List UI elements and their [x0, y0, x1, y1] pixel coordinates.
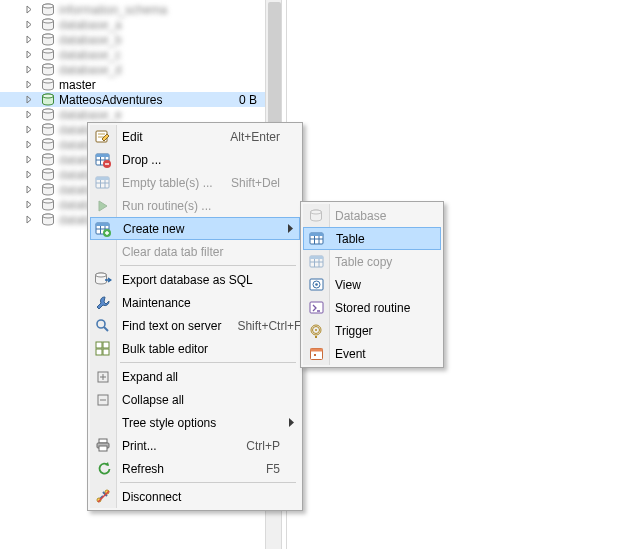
tree-node[interactable]: database_b	[0, 32, 265, 47]
expander-icon[interactable]	[26, 20, 35, 29]
disconnect-icon	[94, 488, 112, 506]
menu-accel: F5	[250, 462, 280, 476]
wrench-icon	[94, 294, 112, 312]
menu-refresh[interactable]: Refresh F5	[90, 457, 300, 480]
export-icon	[94, 271, 112, 289]
menu-export-sql[interactable]: Export database as SQL	[90, 268, 300, 291]
refresh-icon	[94, 460, 112, 478]
submenu-table-copy: Table copy	[303, 250, 441, 273]
tree-node-label: database_b	[59, 33, 265, 47]
event-icon	[307, 345, 325, 363]
menu-label: Run routine(s) ...	[122, 199, 280, 213]
tree-node[interactable]: database_e	[0, 107, 265, 122]
menu-print[interactable]: Print... Ctrl+P	[90, 434, 300, 457]
database-icon	[41, 198, 55, 212]
tree-node[interactable]: MatteosAdventures0 B	[0, 92, 265, 107]
expander-icon[interactable]	[26, 95, 35, 104]
table-copy-icon	[307, 253, 325, 271]
menu-separator	[120, 362, 296, 363]
tree-node[interactable]: master	[0, 77, 265, 92]
menu-clear-filter: Clear data tab filter	[90, 240, 300, 263]
expander-icon[interactable]	[26, 185, 35, 194]
create-new-submenu[interactable]: Database Table Table copy View Stored ro…	[300, 201, 444, 368]
menu-separator	[120, 482, 296, 483]
table-icon	[307, 230, 325, 248]
context-menu[interactable]: Edit Alt+Enter Drop ... Empty table(s) .…	[87, 122, 303, 511]
tree-node-label: master	[59, 78, 265, 92]
menu-label: Maintenance	[122, 296, 280, 310]
view-icon	[307, 276, 325, 294]
menu-drop[interactable]: Drop ...	[90, 148, 300, 171]
collapse-icon	[94, 391, 112, 409]
database-icon	[41, 183, 55, 197]
expander-icon[interactable]	[26, 65, 35, 74]
menu-separator	[120, 265, 296, 266]
menu-label: Database	[335, 209, 421, 223]
menu-label: Edit	[122, 130, 214, 144]
tree-node-size: 0 B	[239, 93, 265, 107]
tree-node[interactable]: database_c	[0, 47, 265, 62]
menu-label: Table	[336, 232, 420, 246]
menu-edit[interactable]: Edit Alt+Enter	[90, 125, 300, 148]
submenu-event[interactable]: Event	[303, 342, 441, 365]
menu-tree-style[interactable]: Tree style options	[90, 411, 300, 434]
create-new-icon	[94, 220, 112, 238]
menu-maintenance[interactable]: Maintenance	[90, 291, 300, 314]
expander-icon[interactable]	[26, 200, 35, 209]
menu-label: Export database as SQL	[122, 273, 280, 287]
trigger-icon	[307, 322, 325, 340]
database-icon	[41, 153, 55, 167]
submenu-view[interactable]: View	[303, 273, 441, 296]
menu-expand-all[interactable]: Expand all	[90, 365, 300, 388]
tree-node[interactable]: information_schema	[0, 2, 265, 17]
tree-node-label: database_c	[59, 48, 265, 62]
expander-icon[interactable]	[26, 125, 35, 134]
menu-label: View	[335, 278, 421, 292]
database-icon	[41, 18, 55, 32]
database-icon	[41, 168, 55, 182]
database-icon	[41, 213, 55, 227]
menu-disconnect[interactable]: Disconnect	[90, 485, 300, 508]
printer-icon	[94, 437, 112, 455]
magnifier-icon	[94, 317, 112, 335]
menu-accel: Ctrl+P	[230, 439, 280, 453]
menu-create-new[interactable]: Create new	[90, 217, 300, 240]
submenu-table[interactable]: Table	[303, 227, 441, 250]
menu-accel: Shift+Ctrl+F	[221, 319, 301, 333]
expander-icon[interactable]	[26, 5, 35, 14]
submenu-trigger[interactable]: Trigger	[303, 319, 441, 342]
menu-find-text[interactable]: Find text on server Shift+Ctrl+F	[90, 314, 300, 337]
database-icon	[41, 33, 55, 47]
database-icon	[41, 3, 55, 17]
grid-icon	[94, 340, 112, 358]
menu-label: Expand all	[122, 370, 280, 384]
expander-icon[interactable]	[26, 35, 35, 44]
database-icon	[41, 123, 55, 137]
database-icon	[41, 78, 55, 92]
expander-icon[interactable]	[26, 170, 35, 179]
expander-icon[interactable]	[26, 80, 35, 89]
expander-icon[interactable]	[26, 50, 35, 59]
tree-node[interactable]: database_a	[0, 17, 265, 32]
menu-label: Trigger	[335, 324, 421, 338]
menu-empty-tables: Empty table(s) ... Shift+Del	[90, 171, 300, 194]
submenu-stored-routine[interactable]: Stored routine	[303, 296, 441, 319]
tree-node[interactable]: database_d	[0, 62, 265, 77]
menu-bulk-editor[interactable]: Bulk table editor	[90, 337, 300, 360]
expander-icon[interactable]	[26, 110, 35, 119]
menu-accel: Alt+Enter	[214, 130, 280, 144]
menu-label: Drop ...	[122, 153, 280, 167]
database-icon	[41, 108, 55, 122]
routine-icon	[307, 299, 325, 317]
expander-icon[interactable]	[26, 155, 35, 164]
menu-label: Disconnect	[122, 490, 280, 504]
menu-label: Clear data tab filter	[122, 245, 280, 259]
menu-run-routines: Run routine(s) ...	[90, 194, 300, 217]
expander-icon[interactable]	[26, 140, 35, 149]
menu-collapse-all[interactable]: Collapse all	[90, 388, 300, 411]
empty-table-icon	[94, 174, 112, 192]
menu-label: Table copy	[335, 255, 421, 269]
expander-icon[interactable]	[26, 215, 35, 224]
run-icon	[94, 197, 112, 215]
drop-icon	[94, 151, 112, 169]
